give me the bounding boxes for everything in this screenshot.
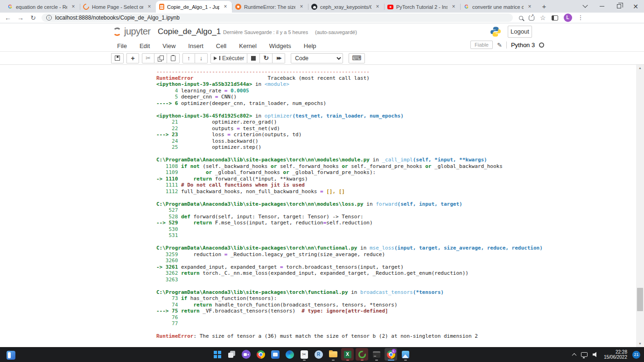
menu-insert[interactable]: Insert (188, 42, 203, 49)
tab-title: RuntimeError: The size of tensor (244, 4, 295, 10)
restore-button[interactable] (610, 0, 627, 13)
stop-button[interactable] (247, 53, 260, 63)
restart-button[interactable]: ↻ (260, 53, 273, 63)
browser-tab[interactable]: ceph_xray_keypoints/Ceph_Con× (308, 1, 384, 13)
run-button[interactable]: Exécuter (210, 53, 247, 63)
taskbar-terminal[interactable] (370, 348, 383, 361)
taskbar-apps: L (211, 348, 412, 361)
cut-cells-button[interactable]: ✂ (142, 53, 154, 63)
taskbar-r-app[interactable] (312, 348, 325, 361)
save-button[interactable] (111, 53, 124, 63)
back-icon[interactable]: ← (4, 14, 12, 21)
notebook-content[interactable]: ----------------------------------------… (0, 65, 644, 347)
tab-close-icon[interactable]: × (298, 4, 305, 10)
taskbar: L 22:28 15/06/2022 21 (0, 347, 644, 362)
taskbar-photos[interactable] (399, 348, 412, 361)
tray-chevron-up-icon[interactable] (572, 353, 576, 357)
command-palette-button[interactable]: ⌨ (349, 53, 364, 63)
browser-tab[interactable]: Gequation de cercle - Recherche Go× (4, 1, 80, 13)
clock[interactable]: 22:28 15/06/2022 (604, 349, 627, 360)
zoom-icon[interactable] (519, 16, 523, 20)
traceback-line: 1109 or _global_forward_hooks or _global… (156, 169, 543, 176)
bookmark-icon[interactable]: ☆ (540, 15, 546, 21)
scrollbar[interactable]: ▲ ▼ (636, 65, 644, 347)
r-app-icon (315, 350, 323, 359)
taskbar-file-explorer[interactable] (327, 348, 339, 361)
jupyter-header: jupyter Copie_de_Algo_1 Dernière Sauvega… (0, 23, 644, 40)
trusted-button[interactable]: Fiable (470, 41, 493, 49)
run-all-button[interactable]: ▶▶ (273, 53, 285, 63)
tab-close-icon[interactable]: × (70, 4, 77, 10)
browser-tab[interactable]: Gconvertir une matrice duex dime× (460, 1, 536, 13)
browser-window: Gequation de cercle - Recherche Go×Home … (0, 0, 644, 362)
menu-view[interactable]: View (162, 42, 175, 49)
forward-icon[interactable]: → (16, 14, 25, 21)
notification-badge[interactable]: 21 (632, 351, 640, 359)
tab-close-icon[interactable]: × (374, 4, 381, 10)
move-up-button[interactable]: ↑ (182, 53, 195, 63)
menu-kernel[interactable]: Kernel (239, 42, 257, 49)
pencil-icon[interactable]: ✎ (497, 42, 502, 49)
taskbar-anaconda[interactable] (356, 348, 368, 361)
running-indicator (388, 360, 394, 361)
scrollbar-thumb[interactable] (637, 288, 643, 311)
tab-close-icon[interactable]: × (450, 4, 457, 10)
reload-icon[interactable]: ↻ (29, 14, 37, 21)
sidebar-icon[interactable] (552, 15, 558, 21)
traceback-line: 528 def forward(self, input: Tensor, tar… (156, 214, 543, 220)
site-info-icon[interactable]: i (46, 15, 52, 21)
tab-search-button[interactable] (577, 0, 594, 13)
menu-edit[interactable]: Edit (140, 42, 150, 49)
url-bar[interactable]: i localhost:8888/notebooks/Copie_de_Algo… (42, 14, 513, 22)
traceback-line: 1112 full_backward_hooks, non_full_backw… (156, 188, 543, 195)
taskbar-snipping-tool[interactable] (298, 348, 310, 361)
new-tab-button[interactable]: + (538, 1, 550, 13)
network-icon[interactable] (581, 352, 588, 357)
browser-tab[interactable]: PyTorch Tutorial 2 - Install PyTor× (384, 1, 460, 13)
menubar-right: Fiable ✎ Python 3 (470, 41, 544, 49)
paste-cells-button[interactable] (167, 53, 180, 63)
tab-close-icon[interactable]: × (222, 4, 229, 10)
taskbar-chrome-profile[interactable]: L (385, 348, 397, 361)
taskbar-chrome[interactable] (254, 348, 267, 361)
running-indicator (404, 360, 407, 361)
browser-tab[interactable]: Copie_de_Algo_1 - Jupyter Note× (156, 1, 232, 13)
scroll-down-icon[interactable]: ▼ (636, 341, 644, 347)
tabs-container: Gequation de cercle - Recherche Go×Home … (4, 1, 536, 13)
share-icon[interactable] (529, 15, 534, 21)
tab-close-icon[interactable]: × (526, 4, 533, 10)
menu-file[interactable]: File (117, 42, 127, 49)
taskbar-media-player[interactable] (269, 348, 281, 361)
taskbar-edge[interactable] (283, 348, 296, 361)
taskbar-widgets[interactable] (5, 349, 17, 362)
move-down-button[interactable]: ↓ (195, 53, 208, 63)
menu-help[interactable]: Help (304, 42, 316, 49)
traceback-line: 1111 # Do not call functions when jit is… (156, 182, 543, 188)
traceback-line: 527 (156, 207, 543, 214)
close-window-button[interactable]: ✕ (627, 0, 644, 13)
minimize-button[interactable] (594, 0, 610, 13)
cell-type-select[interactable]: Code (291, 53, 343, 63)
browser-tab[interactable]: Home Page - Select or create a n× (80, 1, 156, 13)
taskbar-windows-start[interactable] (211, 348, 224, 361)
logout-button[interactable]: Logout (508, 26, 532, 38)
menu-kebab-icon[interactable]: ⋮ (578, 15, 584, 21)
tab-close-icon[interactable]: × (146, 4, 153, 10)
add-cell-button[interactable]: + (126, 53, 139, 63)
url-text[interactable]: localhost:8888/notebooks/Copie_de_Algo_1… (55, 14, 180, 21)
profile-avatar[interactable]: L (564, 14, 572, 22)
scroll-up-icon[interactable]: ▲ (636, 65, 644, 71)
jupyter-logo[interactable]: jupyter (112, 26, 151, 37)
taskbar-excel[interactable] (341, 348, 354, 361)
menu-widgets[interactable]: Widgets (269, 42, 291, 49)
notebook-title[interactable]: Copie_de_Algo_1 (158, 27, 221, 36)
browser-tab[interactable]: RuntimeError: The size of tensor× (232, 1, 308, 13)
speaker-icon[interactable] (593, 352, 599, 357)
taskbar-chat[interactable] (240, 348, 252, 361)
google-icon: G (463, 4, 469, 10)
traceback-line: C:\ProgramData\Anaconda3\lib\site-packag… (156, 289, 543, 296)
taskbar-task-view[interactable] (225, 348, 238, 361)
run-all-icon: ▶▶ (277, 56, 280, 60)
menu-cell[interactable]: Cell (216, 42, 226, 49)
copy-cells-button[interactable] (154, 53, 167, 63)
